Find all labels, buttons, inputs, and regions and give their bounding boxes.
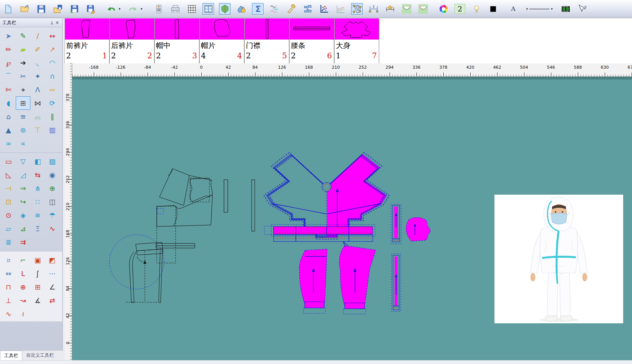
zigzag-pair-tool[interactable]: ≀ bbox=[16, 307, 30, 321]
redo-button-caret[interactable]: ▾ bbox=[141, 7, 144, 11]
piece-card-6[interactable]: 腰条26 bbox=[289, 18, 334, 63]
line-styles-tool[interactable]: ≡ bbox=[16, 110, 30, 123]
shirring-tool[interactable]: ≋ bbox=[30, 208, 45, 222]
text-tool-button[interactable]: A bbox=[508, 3, 519, 15]
point-arrow-tool[interactable]: ➔ bbox=[16, 56, 30, 69]
curve-lines-button[interactable] bbox=[269, 3, 280, 15]
neckline-curve-2-button[interactable]: F bbox=[417, 3, 429, 15]
compare-pieces-tool[interactable]: ◫ bbox=[45, 195, 60, 208]
spiral-tool[interactable]: ⊚ bbox=[16, 123, 30, 137]
lock-pattern-button[interactable] bbox=[236, 3, 247, 15]
placket-strip-1-group[interactable] bbox=[391, 204, 401, 244]
line-draw-tool[interactable]: ∕ bbox=[30, 29, 45, 43]
help-cursor-button[interactable]: ? bbox=[576, 3, 588, 15]
color-wheel-button[interactable] bbox=[438, 3, 449, 15]
palette-tab-1[interactable]: 工具栏 bbox=[0, 351, 22, 361]
angle-line-tool[interactable]: ∠ bbox=[45, 280, 60, 294]
pattern-window-button[interactable] bbox=[202, 3, 214, 15]
bend-copy-tool[interactable]: ↪ bbox=[16, 195, 30, 208]
point-scatter-button[interactable] bbox=[318, 3, 330, 15]
color-swatch-button[interactable] bbox=[487, 3, 499, 15]
fabric-layers-tool[interactable]: ≣ bbox=[1, 235, 16, 249]
open-file-button[interactable] bbox=[19, 3, 30, 15]
sewing-machine-tool[interactable]: Ξ bbox=[30, 222, 45, 235]
compass-tool[interactable]: Λ bbox=[30, 83, 45, 96]
piece-flow-button[interactable] bbox=[302, 3, 313, 15]
undo-button-caret[interactable]: ▾ bbox=[119, 7, 122, 11]
dart-move-tool[interactable]: ⇆ bbox=[30, 168, 45, 182]
dart-fold-tool[interactable]: ◿ bbox=[16, 168, 30, 182]
hem-square-tool[interactable]: ▣ bbox=[30, 253, 45, 267]
hood-piece-group[interactable] bbox=[406, 217, 430, 241]
seam-ripper-tool[interactable]: ℘ bbox=[1, 56, 16, 69]
piece-card-1[interactable]: 前裤片21 bbox=[65, 18, 109, 63]
grade-gauge-tool[interactable]: ⊕ bbox=[45, 182, 60, 195]
save-button[interactable] bbox=[35, 3, 47, 15]
plotter-button[interactable] bbox=[169, 3, 181, 15]
measure-star-button[interactable] bbox=[384, 3, 396, 15]
notch-dots-tool[interactable]: ∷ bbox=[30, 195, 45, 208]
fabric-swatch-tool[interactable]: ▨ bbox=[45, 155, 60, 168]
piece-card-7[interactable]: 大身17 bbox=[334, 18, 379, 63]
shape-seal-tool[interactable]: ✦ bbox=[30, 69, 45, 83]
curve-hook-tool[interactable]: ⌒ bbox=[1, 69, 16, 83]
corner-curve-tool[interactable]: ◟ bbox=[30, 56, 45, 69]
tee-tool[interactable]: ⊤ bbox=[30, 123, 45, 137]
split-piece-tool[interactable]: ⋔ bbox=[30, 182, 45, 195]
undo-button[interactable] bbox=[105, 3, 117, 15]
stretch-curve-tool[interactable]: ↔ bbox=[45, 29, 60, 43]
piece-card-4[interactable]: 帽片44 bbox=[199, 18, 244, 63]
pleat-insert-tool[interactable]: ∥ bbox=[45, 110, 60, 123]
export-piece-tool[interactable]: ⇉ bbox=[16, 235, 30, 249]
fold-piece-tool[interactable]: ⌂ bbox=[1, 110, 16, 123]
mark-dot-tool[interactable]: ⊙ bbox=[1, 208, 16, 222]
seam-width-tool[interactable]: ⊥ bbox=[1, 294, 16, 307]
move-point-tool[interactable]: ↗ bbox=[45, 43, 60, 56]
zigzag-seam-tool[interactable]: ∿ bbox=[1, 307, 16, 321]
light-toggle-button[interactable] bbox=[471, 3, 482, 15]
seam-outline-tool[interactable]: ▭ bbox=[1, 155, 16, 168]
dart-tool[interactable]: ◺ bbox=[1, 168, 16, 182]
steps-measure-tool[interactable]: ⊿ bbox=[16, 222, 30, 235]
piece-count-display[interactable]: 2 bbox=[454, 3, 466, 15]
save-all-button[interactable] bbox=[52, 3, 63, 15]
redo-button[interactable] bbox=[127, 3, 139, 15]
arc-tool[interactable]: ◠ bbox=[45, 56, 60, 69]
line-style-select[interactable]: ▾▾ bbox=[524, 3, 555, 15]
scene-view-tool[interactable]: ☂ bbox=[45, 208, 60, 222]
s-swap-tool[interactable]: ∿ bbox=[45, 222, 60, 235]
pattern-adjust-button[interactable] bbox=[351, 3, 363, 15]
piece-card-3[interactable]: 帽中23 bbox=[154, 18, 199, 63]
pencil-tool[interactable]: ✏ bbox=[1, 43, 16, 56]
double-curve-tool[interactable]: ∩ bbox=[45, 69, 60, 83]
brush-clean-button[interactable] bbox=[285, 3, 297, 15]
select-frame-tool[interactable]: ⌗ bbox=[1, 253, 16, 267]
diamond-move-tool[interactable]: ◈ bbox=[16, 208, 30, 222]
save-export-button[interactable] bbox=[85, 3, 96, 15]
move-piece-tool[interactable]: ⇒ bbox=[16, 182, 30, 195]
unlink-tool[interactable]: ∝ bbox=[16, 137, 30, 150]
new-document-button[interactable] bbox=[2, 3, 14, 15]
measure-bar-tool[interactable]: ⊣ bbox=[1, 182, 16, 195]
save-as-button[interactable] bbox=[68, 3, 80, 15]
layout-boxes-tool[interactable]: ⊞ bbox=[16, 96, 30, 110]
placket-strip-2-group[interactable] bbox=[391, 254, 401, 311]
body-piece-group[interactable] bbox=[264, 152, 389, 239]
button-tool[interactable]: ◉ bbox=[45, 168, 60, 182]
piece-card-2[interactable]: 后裤片22 bbox=[109, 18, 154, 63]
calculator-button[interactable] bbox=[153, 3, 164, 15]
close-icon[interactable]: ✕ bbox=[55, 20, 60, 25]
resize-piece-tool[interactable]: ⊡ bbox=[1, 195, 16, 208]
measure-sum-button[interactable]: Σ bbox=[368, 3, 379, 15]
hem-l-tool[interactable]: L bbox=[16, 267, 30, 280]
palette-tab-2[interactable]: 自定义工具栏 bbox=[22, 351, 58, 361]
arc-center-tool[interactable]: ⊕ bbox=[16, 280, 30, 294]
merge-pieces-tool[interactable]: ◩ bbox=[45, 253, 60, 267]
block-piece-tool[interactable]: ◧ bbox=[30, 155, 45, 168]
eraser-tool[interactable]: ▰ bbox=[16, 43, 30, 56]
spread-arrows-tool[interactable]: ⇔ bbox=[1, 267, 16, 280]
film-strip-button[interactable] bbox=[560, 3, 571, 15]
gold-sweep-tool[interactable]: ∾ bbox=[45, 83, 60, 96]
design-canvas[interactable] bbox=[72, 77, 632, 360]
draft-block-group[interactable] bbox=[109, 169, 255, 303]
